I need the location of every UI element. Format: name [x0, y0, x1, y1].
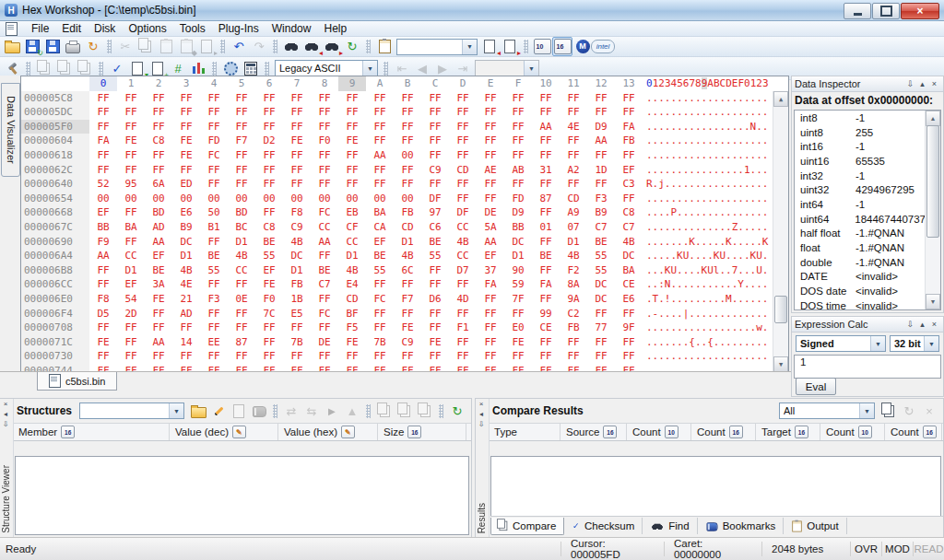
scroll-up-icon[interactable]: ▲ [926, 111, 940, 126]
ascii-cell[interactable]: ..................w. [646, 321, 768, 335]
hex-byte-cell[interactable]: FF [587, 91, 615, 106]
hex-byte-cell[interactable]: FE [255, 277, 283, 292]
column-header-type[interactable]: Type [489, 424, 560, 440]
hex-byte-cell[interactable]: CC [228, 263, 255, 278]
hex-byte-cell[interactable]: D9 [504, 205, 532, 220]
inspector-row[interactable]: int64-1 [795, 197, 940, 212]
results-tab-compare[interactable]: Compare [490, 518, 564, 535]
hex-byte-cell[interactable]: FF [394, 105, 421, 120]
hex-byte-cell[interactable]: 6C [394, 263, 421, 278]
hex-byte-cell[interactable]: FF [477, 134, 504, 148]
menu-options[interactable]: Options [122, 21, 172, 36]
hex-byte-cell[interactable]: 55 [421, 249, 449, 263]
open-structure-icon[interactable] [188, 402, 208, 421]
document-icon[interactable] [6, 22, 18, 36]
hex-byte-cell[interactable]: 00 [172, 192, 200, 206]
hex-byte-cell[interactable]: FF [338, 177, 366, 192]
hex-byte-cell[interactable]: FF [394, 277, 421, 292]
hex-byte-cell[interactable]: FF [560, 177, 587, 192]
hex-byte-cell[interactable]: C2 [560, 307, 587, 321]
hex-byte-cell[interactable]: 99 [532, 307, 560, 321]
dock-left-icon[interactable]: ◂ [0, 409, 11, 419]
hex-byte-cell[interactable]: F3 [587, 192, 615, 206]
hex-byte-cell[interactable]: B9 [587, 205, 615, 220]
hex-byte-cell[interactable]: CE [615, 277, 643, 292]
minimize-button[interactable] [844, 3, 871, 19]
ascii-cell[interactable]: .................... [646, 148, 768, 163]
hex-byte-cell[interactable]: 90 [504, 263, 532, 278]
hex-byte-cell[interactable]: F5 [338, 321, 366, 335]
hex-byte-cell[interactable]: 9A [560, 292, 587, 307]
hex-byte-cell[interactable]: 8A [560, 277, 587, 292]
hex-byte-cell[interactable]: 07 [560, 220, 587, 235]
hex-byte-cell[interactable]: C8 [615, 205, 643, 220]
find-icon[interactable] [281, 37, 301, 56]
ascii-cell[interactable]: .................... [646, 349, 768, 364]
column-header-target[interactable]: Target16 [756, 424, 820, 440]
find-next-icon[interactable]: ▸ [322, 37, 342, 56]
hex-byte-cell[interactable]: FF [532, 134, 560, 148]
hex-byte-cell[interactable]: E6 [615, 292, 643, 307]
ascii-cell[interactable]: .-....|............. [646, 307, 768, 321]
hex-byte-cell[interactable]: CD [560, 192, 587, 206]
hex-byte-cell[interactable]: FF [587, 307, 615, 321]
hex-byte-cell[interactable]: FF [255, 321, 283, 335]
hex-byte-cell[interactable]: CF [338, 220, 366, 235]
hex-byte-cell[interactable]: FF [338, 105, 366, 120]
hex-byte-cell[interactable]: 55 [200, 263, 228, 278]
hex-byte-cell[interactable]: FF [255, 177, 283, 192]
hex-byte-cell[interactable]: D1 [394, 235, 421, 250]
hex-byte-cell[interactable]: FF [283, 349, 311, 364]
paste-next-icon[interactable]: ▸ [500, 37, 520, 56]
hex-byte-cell[interactable]: D1 [560, 235, 587, 250]
hex-byte-cell[interactable]: EF [477, 249, 504, 263]
ascii-cell[interactable]: .................... [646, 105, 768, 120]
pin-icon[interactable]: ⇩ [476, 419, 487, 429]
hex-byte-cell[interactable]: 7F [504, 292, 532, 307]
hex-byte-cell[interactable]: FF [255, 163, 283, 178]
hex-byte-cell[interactable]: FF [228, 321, 255, 335]
hex-byte-cell[interactable]: D7 [449, 263, 477, 278]
hex-byte-cell[interactable]: FE [172, 134, 200, 148]
hex-byte-cell[interactable]: FF [449, 335, 477, 350]
hex-byte-cell[interactable]: FF [504, 349, 532, 364]
hex-byte-cell[interactable]: BB [504, 220, 532, 235]
inspector-row[interactable]: int8-1 [795, 111, 940, 125]
hex-byte-cell[interactable]: FF [117, 120, 145, 134]
column-header-size[interactable]: Size16 [378, 424, 466, 440]
hex-byte-cell[interactable]: FF [311, 177, 338, 192]
hex-byte-cell[interactable]: FF [449, 177, 477, 192]
hex-byte-cell[interactable]: FF [587, 148, 615, 163]
hex-byte-cell[interactable]: BE [255, 235, 283, 250]
hex-byte-cell[interactable]: 55 [587, 249, 615, 263]
hex-byte-cell[interactable]: CC [338, 235, 366, 250]
hex-byte-cell[interactable]: FF [283, 105, 311, 120]
hex-byte-cell[interactable]: 9F [615, 321, 643, 335]
hex-byte-cell[interactable]: 4B [228, 249, 255, 263]
bookmark-combo[interactable]: ▼ [475, 60, 539, 76]
hex-byte-cell[interactable]: FE [89, 335, 117, 350]
hex-byte-cell[interactable]: F2 [560, 263, 587, 278]
column-header-source[interactable]: Source16 [560, 424, 627, 440]
hex-byte-cell[interactable]: FF [200, 277, 228, 292]
hex-byte-cell[interactable]: FF [200, 163, 228, 178]
menu-disk[interactable]: Disk [88, 21, 122, 36]
inspector-row[interactable]: DOS date<invalid> [795, 284, 940, 298]
hex-byte-cell[interactable]: FF [89, 263, 117, 278]
goto-decimal-icon[interactable]: 10 [532, 37, 552, 56]
ascii-cell[interactable]: ................1... [646, 163, 768, 178]
hex-byte-cell[interactable]: BD [145, 205, 172, 220]
hex-byte-cell[interactable]: FF [172, 163, 200, 178]
hex-byte-cell[interactable]: FF [311, 163, 338, 178]
hex-byte-cell[interactable]: 00 [145, 192, 172, 206]
hex-byte-cell[interactable]: AD [145, 220, 172, 235]
hex-byte-cell[interactable]: FF [504, 134, 532, 148]
hex-byte-cell[interactable]: FF [117, 205, 145, 220]
menu-edit[interactable]: Edit [55, 21, 88, 36]
structure-select[interactable]: ▼ [79, 402, 184, 419]
hex-byte-cell[interactable]: FF [421, 120, 449, 134]
hex-byte-cell[interactable]: FF [255, 120, 283, 134]
hex-byte-cell[interactable]: FF [532, 205, 560, 220]
hex-byte-cell[interactable]: FC [366, 292, 394, 307]
column-header-valuedec[interactable]: Value (dec)✎ [170, 424, 278, 440]
